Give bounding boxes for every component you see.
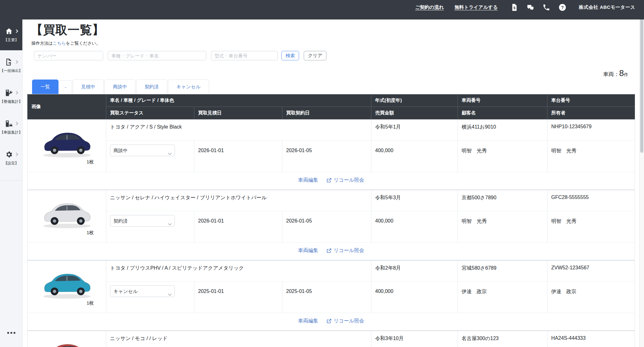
cell-contract-date: 2026-01-05 bbox=[282, 141, 371, 172]
header-estimate-date: 買取見積日 bbox=[194, 107, 282, 119]
cell-customer: 明智 光秀 bbox=[458, 141, 547, 172]
vehicle-count: 車両：8件 bbox=[23, 69, 644, 78]
vehicle-row-details: キャンセル 2025-01-01 2025-01-05 400,000 伊達 政… bbox=[28, 282, 635, 313]
more-menu-button[interactable] bbox=[0, 332, 23, 334]
recall-inquiry-link[interactable]: リコール照会 bbox=[326, 247, 364, 254]
edit-vehicle-link[interactable]: 車両編集 bbox=[298, 177, 318, 184]
tab-cancelled[interactable]: キャンセル bbox=[168, 80, 209, 94]
help-line: 操作方法はこちらをご覧ください。 bbox=[31, 41, 644, 46]
recall-inquiry-label: リコール照会 bbox=[334, 177, 364, 184]
cell-owner: 伊達 政宗 bbox=[547, 282, 635, 313]
clear-button[interactable]: クリア bbox=[304, 51, 326, 60]
vehicle-row: 1枚 トヨタ / プリウスPHV / A / スピリテッドアクアメタリック 令和… bbox=[28, 260, 635, 282]
cell-model-year: 令和5年3月 bbox=[371, 190, 458, 211]
vehicle-row-actions: 車両編集 リコール照会 bbox=[28, 313, 635, 331]
status-tabs: 一覧 - 見積中 商談中 契約済 キャンセル bbox=[32, 80, 644, 94]
sidebar-item-settings[interactable]: 【設定】 bbox=[0, 143, 22, 174]
chevron-right-icon bbox=[14, 152, 18, 156]
tab-negotiating[interactable]: 商談中 bbox=[104, 80, 136, 94]
sidebar-item-label: 【設定】 bbox=[4, 161, 19, 166]
status-select[interactable]: 契約済 bbox=[110, 215, 175, 227]
cell-estimate-date: 2026-01-01 bbox=[194, 211, 282, 243]
invoice-icon[interactable]: $ bbox=[510, 3, 518, 11]
cell-vehicle-name: トヨタ / プリウスPHV / A / スピリテッドアクアメタリック bbox=[106, 260, 371, 282]
free-trial-link[interactable]: 無料トライアルする bbox=[454, 4, 497, 10]
sidebar-item-label: 【整備集計】 bbox=[0, 99, 23, 104]
cell-chassis-number: ZVW52-1234567 bbox=[547, 260, 635, 282]
sidebar-item-maintenance-summary[interactable]: 【整備集計】 bbox=[0, 81, 22, 112]
photo-count: 1枚 bbox=[39, 230, 95, 236]
company-name: 株式会社 ABCモータース bbox=[579, 4, 635, 10]
vehicle-image-cell: 1枚 bbox=[28, 190, 106, 243]
cell-model-year: 令和3年10月 bbox=[371, 331, 458, 347]
edit-vehicle-link[interactable]: 車両編集 bbox=[298, 247, 318, 254]
sidebar: 【主要】 【一括抽出】 【整備集計】 【車販集計】 【設定】 bbox=[0, 19, 23, 347]
cell-price: 400,000 bbox=[371, 141, 458, 172]
svg-text:?: ? bbox=[561, 5, 564, 10]
cell-model-year: 令和2年8月 bbox=[371, 260, 458, 282]
sidebar-item-label: 【主要】 bbox=[4, 37, 19, 43]
vehicle-table-body: 1枚 トヨタ / アクア / S / Style Black 令和5年1月 横浜… bbox=[28, 119, 635, 347]
cell-customer: 明智 光秀 bbox=[458, 211, 547, 243]
cell-plate-number: 横浜411お9010 bbox=[458, 119, 547, 141]
vehicle-photo[interactable]: 1枚 bbox=[39, 193, 95, 236]
photo-count: 1枚 bbox=[39, 159, 95, 165]
external-link-icon bbox=[326, 318, 332, 324]
sidebar-item-main[interactable]: 【主要】 bbox=[0, 19, 22, 50]
phone-icon[interactable] bbox=[542, 3, 550, 11]
header-price: 売買金額 bbox=[371, 107, 458, 119]
plate-number-input[interactable] bbox=[34, 51, 103, 60]
status-select[interactable]: 商談中 bbox=[110, 145, 175, 156]
recall-inquiry-link[interactable]: リコール照会 bbox=[326, 318, 364, 324]
contract-flow-link[interactable]: ご契約の流れ bbox=[415, 4, 444, 10]
recall-inquiry-link[interactable]: リコール照会 bbox=[326, 177, 364, 184]
sidebar-item-batch-export[interactable]: 【一括抽出】 bbox=[0, 50, 22, 81]
main-content: 【買取一覧】 操作方法はこちらをご覧ください。 検索 クリア 車両：8件 一覧 … bbox=[23, 19, 644, 347]
status-select[interactable]: キャンセル bbox=[110, 285, 175, 297]
vehicle-photo[interactable]: 1枚 bbox=[39, 264, 95, 306]
tab-all[interactable]: 一覧 bbox=[32, 80, 58, 94]
page-scrollbar[interactable] bbox=[639, 0, 644, 347]
scrollbar-thumb[interactable] bbox=[640, 3, 643, 153]
edit-vehicle-link[interactable]: 車両編集 bbox=[298, 318, 318, 324]
recall-inquiry-label: リコール照会 bbox=[334, 247, 364, 254]
header-model-year: 年式(初度年) bbox=[371, 94, 458, 107]
chat-icon[interactable] bbox=[526, 3, 534, 11]
cell-plate-number: 京都500さ7890 bbox=[458, 190, 547, 211]
vehicle-image-cell bbox=[28, 331, 106, 347]
cell-contract-date: 2025-01-05 bbox=[282, 282, 371, 313]
count-value: 8 bbox=[619, 69, 624, 78]
header-image: 画像 bbox=[28, 94, 106, 119]
cell-customer: 伊達 政宗 bbox=[458, 282, 547, 313]
model-grade-name-input[interactable] bbox=[108, 51, 206, 60]
gear-icon bbox=[5, 151, 13, 158]
chassis-number-input[interactable] bbox=[211, 51, 278, 60]
tab-estimating[interactable]: 見積中 bbox=[73, 80, 104, 94]
calc-wrench-icon bbox=[5, 89, 13, 97]
tab-dash[interactable]: - bbox=[59, 80, 72, 94]
header-owner: 所有者 bbox=[547, 107, 635, 119]
cell-vehicle-name: ニッサン / モコ / / レッド bbox=[106, 331, 371, 347]
header-name: 車名 / 車種 / グレード / 車体色 bbox=[106, 94, 371, 107]
header-status: 買取ステータス bbox=[106, 107, 194, 119]
help-icon[interactable]: ? bbox=[558, 3, 566, 11]
external-link-icon bbox=[326, 178, 332, 183]
vehicle-photo[interactable] bbox=[39, 334, 95, 347]
header-chassis-number: 車台番号 bbox=[547, 94, 635, 107]
sidebar-item-sales-summary[interactable]: 【車販集計】 bbox=[0, 112, 22, 143]
chevron-right-icon bbox=[14, 29, 18, 33]
cell-vehicle-name: トヨタ / アクア / S / Style Black bbox=[106, 119, 371, 141]
count-suffix: 件 bbox=[624, 72, 628, 77]
vehicle-photo[interactable]: 1枚 bbox=[39, 123, 95, 165]
help-link[interactable]: こちら bbox=[53, 41, 66, 46]
vehicle-row-details: 契約済 2026-01-01 2026-01-05 400,000 明智 光秀 … bbox=[28, 211, 635, 243]
cell-chassis-number: NHP10-12345679 bbox=[547, 119, 635, 141]
svg-text:$: $ bbox=[513, 6, 515, 10]
vehicle-table: 画像 車名 / 車種 / グレード / 車体色 年式(初度年) 車両番号 車台番… bbox=[27, 94, 635, 347]
cell-price: 400,000 bbox=[371, 211, 458, 243]
cell-plate-number: 名古屋300の123 bbox=[458, 331, 547, 347]
tab-contracted[interactable]: 契約済 bbox=[136, 80, 167, 94]
topbar: ご契約の流れ 無料トライアルする $ ? 株式会社 ABCモータース bbox=[0, 0, 644, 19]
search-button[interactable]: 検索 bbox=[281, 51, 299, 60]
header-plate-number: 車両番号 bbox=[458, 94, 547, 107]
